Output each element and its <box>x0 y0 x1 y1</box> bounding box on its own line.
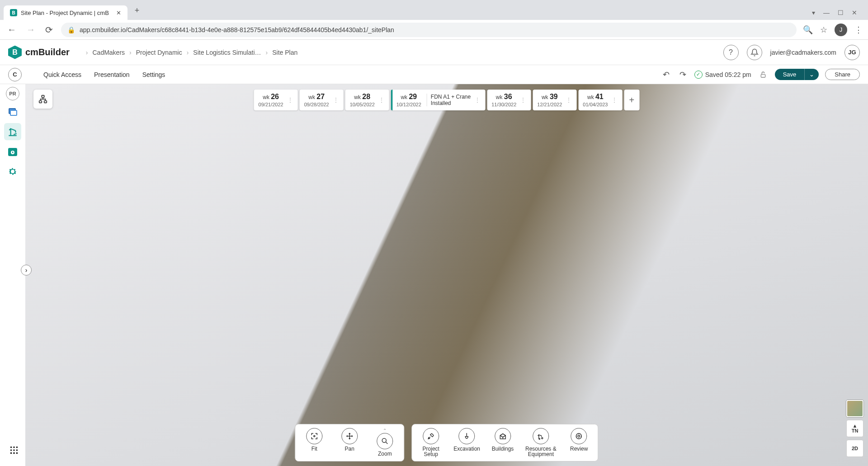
bottom-toolbar: FitPan⌃Zoom Project SetupExcavationBuild… <box>295 424 598 461</box>
chevron-down-icon[interactable]: ▾ <box>812 9 815 16</box>
save-dropdown-button[interactable]: ⌄ <box>804 69 819 80</box>
week-label: wk 26 <box>263 92 279 101</box>
menu-quick-access[interactable]: Quick Access <box>43 71 81 78</box>
week-date: 01/04/2023 <box>583 102 608 108</box>
menu-presentation[interactable]: Presentation <box>94 71 130 78</box>
rail-settings-button[interactable] <box>4 163 21 180</box>
sub-menu-bar: C Quick Access Presentation Settings ↶ ↷… <box>0 65 868 84</box>
close-icon[interactable]: ✕ <box>116 10 121 16</box>
rail-crane-button[interactable] <box>4 123 21 140</box>
drag-handle-icon[interactable]: ⋮ <box>566 96 572 104</box>
notifications-button[interactable] <box>747 45 762 60</box>
add-week-button[interactable]: + <box>624 90 639 110</box>
svg-rect-6 <box>39 101 42 103</box>
tool-fit[interactable]: Fit <box>302 428 327 452</box>
svg-rect-5 <box>42 95 44 98</box>
breadcrumb-item[interactable]: Project Dynamic <box>136 49 182 56</box>
drag-handle-icon[interactable]: ⋮ <box>333 96 339 104</box>
tool-label: Resources & Equipment <box>525 446 557 457</box>
week-label: wk 36 <box>496 92 512 101</box>
minimap-button[interactable] <box>846 400 863 417</box>
back-button[interactable]: ← <box>5 23 18 37</box>
profile-avatar[interactable]: J <box>835 24 847 36</box>
browser-tab[interactable]: B Site Plan - Project Dynamic | cmB ✕ <box>4 5 127 20</box>
new-tab-button[interactable]: + <box>130 3 144 18</box>
rail-layers-button[interactable] <box>4 103 21 120</box>
search-page-icon[interactable]: 🔍 <box>803 25 813 35</box>
resources-icon <box>533 428 549 444</box>
browser-address-bar: ← → ⟳ 🔒 app.cmbuilder.io/CadMakers/c68c8… <box>0 20 868 40</box>
url-field[interactable]: 🔒 app.cmbuilder.io/CadMakers/c68c8441-b1… <box>61 23 797 37</box>
star-icon[interactable]: ☆ <box>820 25 827 35</box>
svg-point-20 <box>10 452 12 454</box>
week-date: 09/28/2022 <box>304 102 329 108</box>
app-switcher-button[interactable] <box>8 444 20 456</box>
tool-project-setup[interactable]: Project Setup <box>418 428 443 457</box>
undo-button[interactable]: ↶ <box>661 68 671 81</box>
svg-point-22 <box>16 452 18 454</box>
week-label: wk 28 <box>354 92 370 101</box>
rail-project-badge[interactable]: PR <box>6 87 19 100</box>
breadcrumb-item[interactable]: CadMakers <box>92 49 125 56</box>
week-card[interactable]: wk 26 09/21/2022 ⋮ <box>254 90 298 110</box>
share-button[interactable]: Share <box>825 69 860 80</box>
tool-zoom[interactable]: ⌃Zoom <box>372 428 397 457</box>
reload-button[interactable]: ⟳ <box>43 23 55 37</box>
app-logo[interactable]: B cmBuilder <box>8 46 70 59</box>
true-north-button[interactable]: ▲ TN <box>846 420 863 437</box>
tool-label: Excavation <box>453 446 480 452</box>
tool-label: Project Setup <box>423 446 439 457</box>
drag-handle-icon[interactable]: ⋮ <box>520 96 526 104</box>
redo-button[interactable]: ↷ <box>678 68 688 81</box>
week-card[interactable]: wk 36 11/30/2022 ⋮ <box>487 90 531 110</box>
forward-button[interactable]: → <box>24 23 37 37</box>
week-card[interactable]: wk 27 09/28/2022 ⋮ <box>300 90 344 110</box>
tool-label: Buildings <box>492 446 514 452</box>
svg-point-13 <box>578 435 580 437</box>
user-avatar[interactable]: JG <box>844 45 860 60</box>
fit-icon <box>306 428 322 444</box>
hierarchy-button[interactable] <box>33 90 52 109</box>
zoom-icon <box>377 433 393 449</box>
tool-group-build: Project SetupExcavationBuildingsResource… <box>411 424 598 461</box>
lock-icon[interactable] <box>758 69 769 80</box>
tool-excavation[interactable]: Excavation <box>453 428 480 452</box>
chevron-up-icon: ⌃ <box>383 428 387 433</box>
menu-settings[interactable]: Settings <box>142 71 165 78</box>
drag-handle-icon[interactable]: ⋮ <box>378 96 385 104</box>
maximize-button[interactable]: ☐ <box>838 9 844 16</box>
close-window-button[interactable]: ✕ <box>852 9 857 16</box>
tool-pan[interactable]: Pan <box>337 428 362 452</box>
week-card[interactable]: wk 28 10/05/2022 ⋮ <box>345 90 389 110</box>
gear-icon <box>7 166 18 177</box>
kebab-icon[interactable]: ⋮ <box>854 25 863 35</box>
breadcrumb-item-current[interactable]: Site Plan <box>272 49 297 56</box>
breadcrumb-item[interactable]: Site Logistics Simulati… <box>193 49 261 56</box>
week-card[interactable]: wk 39 12/21/2022 ⋮ <box>533 90 576 110</box>
tool-resources[interactable]: Resources & Equipment <box>525 428 557 457</box>
view-2d-button[interactable]: 2D <box>846 440 863 457</box>
expand-rail-button[interactable]: › <box>21 265 32 276</box>
help-button[interactable]: ? <box>723 45 739 60</box>
tool-buildings[interactable]: Buildings <box>490 428 515 452</box>
drag-handle-icon[interactable]: ⋮ <box>287 96 293 104</box>
svg-point-16 <box>16 447 18 448</box>
svg-point-19 <box>16 449 18 451</box>
week-date: 10/12/2022 <box>396 102 421 108</box>
layers-icon <box>7 106 18 117</box>
drag-handle-icon[interactable]: ⋮ <box>611 96 618 104</box>
left-rail: PR <box>0 84 25 180</box>
save-button[interactable]: Save <box>775 69 805 80</box>
dots-grid-icon <box>9 445 19 455</box>
tab-title: Site Plan - Project Dynamic | cmB <box>21 10 109 16</box>
drag-handle-icon[interactable]: ⋮ <box>474 96 481 104</box>
tool-review[interactable]: Review <box>566 428 592 452</box>
minimize-button[interactable]: — <box>823 9 830 16</box>
svg-point-11 <box>539 438 540 439</box>
week-card[interactable]: wk 29 10/12/2022 FDN A1 + CraneInstalled… <box>391 90 485 110</box>
week-card[interactable]: wk 41 01/04/2023 ⋮ <box>578 90 622 110</box>
rail-schedule-button[interactable] <box>4 143 21 160</box>
viewport-3d[interactable]: wk 26 09/21/2022 ⋮ wk 27 09/28/2022 ⋮ wk… <box>25 84 868 466</box>
user-email[interactable]: javier@cadmakers.com <box>770 49 836 56</box>
context-badge[interactable]: C <box>8 68 22 81</box>
